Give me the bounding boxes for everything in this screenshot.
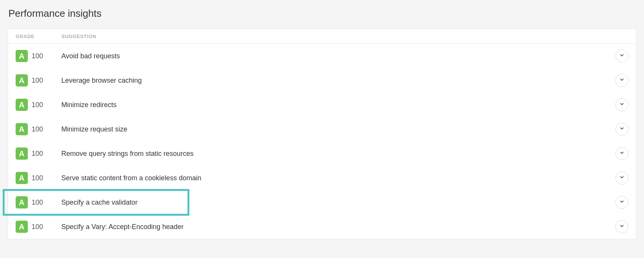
table-row[interactable]: A100Serve static content from a cookiele… xyxy=(8,166,636,190)
expand-button[interactable] xyxy=(615,147,628,160)
grade-score: 100 xyxy=(32,77,43,85)
grade-score: 100 xyxy=(32,101,43,109)
table-header: GRADE SUGGESTION xyxy=(8,29,636,44)
suggestion-text: Leverage browser caching xyxy=(61,77,615,85)
chevron-down-icon xyxy=(619,101,625,108)
grade-cell: A100 xyxy=(16,147,61,160)
chevron-down-icon xyxy=(619,126,625,133)
expand-button[interactable] xyxy=(615,123,628,136)
table-row[interactable]: A100Specify a cache validator xyxy=(8,190,636,215)
insights-table: GRADE SUGGESTION A100Avoid bad requestsA… xyxy=(8,29,636,239)
grade-badge: A xyxy=(16,50,28,62)
expand-button[interactable] xyxy=(615,74,628,87)
suggestion-text: Serve static content from a cookieless d… xyxy=(61,174,615,182)
chevron-down-icon xyxy=(619,77,625,84)
expand-button[interactable] xyxy=(615,196,628,209)
grade-score: 100 xyxy=(32,150,43,158)
header-grade: GRADE xyxy=(16,34,34,39)
suggestion-text: Minimize request size xyxy=(61,125,615,133)
grade-badge: A xyxy=(16,99,28,111)
page-title: Performance insights xyxy=(8,8,636,19)
chevron-down-icon xyxy=(619,150,625,157)
grade-score: 100 xyxy=(32,174,43,182)
suggestion-text: Minimize redirects xyxy=(61,101,615,109)
suggestion-text: Remove query strings from static resourc… xyxy=(61,150,615,158)
table-row[interactable]: A100Minimize request size xyxy=(8,117,636,141)
chevron-down-icon xyxy=(619,223,625,230)
suggestion-text: Avoid bad requests xyxy=(61,52,615,60)
grade-score: 100 xyxy=(32,125,43,133)
expand-button[interactable] xyxy=(615,171,628,184)
grade-cell: A100 xyxy=(16,123,61,135)
chevron-down-icon xyxy=(619,199,625,206)
expand-button[interactable] xyxy=(615,50,628,62)
grade-score: 100 xyxy=(32,52,43,60)
chevron-down-icon xyxy=(619,53,625,59)
grade-cell: A100 xyxy=(16,221,61,233)
suggestion-text: Specify a cache validator xyxy=(61,199,615,207)
grade-cell: A100 xyxy=(16,50,61,62)
expand-button[interactable] xyxy=(615,98,628,111)
expand-button[interactable] xyxy=(615,220,628,233)
grade-badge: A xyxy=(16,172,28,184)
grade-badge: A xyxy=(16,196,28,208)
grade-badge: A xyxy=(16,123,28,135)
table-row[interactable]: A100Remove query strings from static res… xyxy=(8,141,636,166)
grade-badge: A xyxy=(16,147,28,160)
grade-cell: A100 xyxy=(16,74,61,87)
header-suggestion: SUGGESTION xyxy=(61,34,96,39)
grade-cell: A100 xyxy=(16,172,61,184)
table-row[interactable]: A100Avoid bad requests xyxy=(8,44,636,68)
chevron-down-icon xyxy=(619,175,625,181)
grade-badge: A xyxy=(16,74,28,87)
suggestion-text: Specify a Vary: Accept-Encoding header xyxy=(61,223,615,231)
grade-score: 100 xyxy=(32,199,43,207)
table-row[interactable]: A100Leverage browser caching xyxy=(8,68,636,93)
grade-cell: A100 xyxy=(16,99,61,111)
grade-badge: A xyxy=(16,221,28,233)
table-row[interactable]: A100Minimize redirects xyxy=(8,93,636,117)
table-row[interactable]: A100Specify a Vary: Accept-Encoding head… xyxy=(8,215,636,239)
grade-cell: A100 xyxy=(16,196,61,208)
grade-score: 100 xyxy=(32,223,43,231)
